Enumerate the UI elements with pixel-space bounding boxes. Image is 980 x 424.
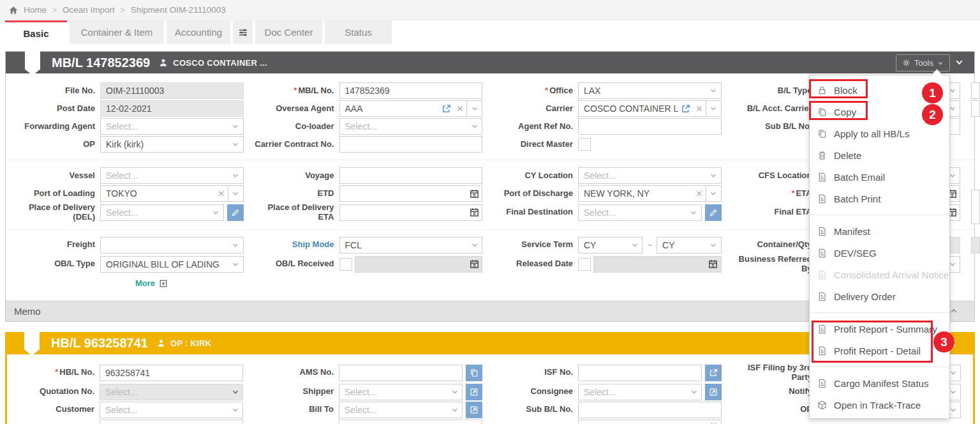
arrow-box-icon bbox=[470, 405, 479, 414]
document-icon bbox=[817, 379, 827, 388]
carrier-combo[interactable]: COSCO CONTAINER LINE bbox=[578, 100, 722, 117]
chevron-down-icon bbox=[949, 406, 957, 414]
tab-doc-center[interactable]: Doc Center bbox=[255, 20, 322, 44]
calendar-icon[interactable] bbox=[470, 259, 479, 269]
panel-collapse-icon[interactable] bbox=[954, 57, 965, 67]
label-final-eta: Final ETA bbox=[729, 208, 817, 217]
tab-status[interactable]: Status bbox=[325, 20, 392, 44]
agent-ref-no-input[interactable] bbox=[578, 118, 722, 135]
label-port-of-loading: Port of Loading bbox=[12, 189, 100, 199]
place-of-delivery-eta-date-input[interactable] bbox=[339, 204, 483, 221]
ams-no-input[interactable] bbox=[339, 365, 463, 381]
menu-item-batch-email[interactable]: Batch Email bbox=[810, 166, 949, 188]
external-link-icon[interactable] bbox=[442, 104, 451, 114]
label-final-destination: Final Destination bbox=[490, 208, 578, 217]
label-carrier-contract-no: Carrier Contract No. bbox=[251, 140, 339, 149]
calendar-icon[interactable] bbox=[708, 259, 718, 269]
chevron-up-icon[interactable] bbox=[949, 307, 959, 315]
final-destination-select[interactable]: Select... bbox=[578, 204, 702, 221]
document-icon bbox=[817, 172, 827, 182]
menu-item-open-in-track-trace[interactable]: Open in Track-Trace bbox=[810, 394, 949, 416]
customer-select[interactable]: Select... bbox=[100, 402, 243, 418]
clear-icon[interactable] bbox=[218, 190, 225, 197]
menu-item-manifest[interactable]: Manifest bbox=[810, 220, 949, 242]
bill-to-select[interactable]: Select... bbox=[339, 402, 463, 418]
final-destination-edit-button[interactable] bbox=[705, 204, 722, 221]
isf-no-input[interactable] bbox=[578, 365, 702, 381]
service-term-from-select[interactable]: CY bbox=[578, 237, 642, 254]
home-icon[interactable] bbox=[9, 6, 18, 15]
clear-icon[interactable] bbox=[695, 105, 703, 112]
isf-open-button[interactable] bbox=[705, 365, 722, 381]
breadcrumb-shipment: Shipment OIM-21110003 bbox=[131, 5, 226, 15]
menu-item-apply-to-all-hbls[interactable]: Apply to all HB/Ls bbox=[810, 123, 949, 144]
isf-matched-date-input[interactable] bbox=[578, 420, 722, 424]
breadcrumb-home[interactable]: Home bbox=[24, 5, 47, 15]
etd-date-input[interactable] bbox=[339, 185, 483, 202]
annotation-badge-3: 3 bbox=[933, 331, 954, 352]
label-file-no: File No. bbox=[12, 86, 100, 96]
port-of-loading-combo[interactable]: TOKYO bbox=[100, 185, 244, 202]
shipper-select[interactable]: Select... bbox=[339, 384, 463, 400]
tab-basic[interactable]: Basic bbox=[5, 20, 67, 44]
place-of-delivery-edit-button[interactable] bbox=[227, 204, 244, 221]
shipper-open-button[interactable] bbox=[466, 384, 482, 400]
menu-item-delete[interactable]: Delete bbox=[810, 144, 949, 166]
forwarding-agent-select[interactable]: Select... bbox=[100, 118, 244, 135]
carrier-contract-no-input[interactable] bbox=[339, 136, 483, 153]
breadcrumb-ocean-import[interactable]: Ocean Import bbox=[63, 5, 115, 15]
bill-to-open-button[interactable] bbox=[466, 402, 482, 418]
office-select[interactable]: LAX bbox=[578, 82, 722, 99]
mbl-no-input[interactable]: 147852369 bbox=[339, 82, 483, 99]
annotation-box-block bbox=[809, 79, 868, 98]
consignee-select[interactable]: Select... bbox=[578, 384, 702, 400]
tools-button[interactable]: Tools bbox=[896, 54, 950, 72]
oversea-agent-combo[interactable]: AAA bbox=[339, 100, 483, 117]
chevron-down-icon bbox=[451, 406, 459, 414]
vessel-select[interactable]: Select... bbox=[100, 167, 244, 184]
place-of-delivery-del-select[interactable]: Select... bbox=[100, 204, 224, 221]
memo-label: Memo bbox=[14, 306, 41, 317]
chevron-down-icon bbox=[232, 190, 239, 197]
released-date-checkbox[interactable] bbox=[578, 258, 591, 271]
calendar-icon[interactable] bbox=[470, 208, 479, 217]
label-hbl-op: OP bbox=[729, 405, 817, 414]
menu-item-batch-print[interactable]: Batch Print bbox=[810, 188, 949, 209]
co-loader-select[interactable]: Select... bbox=[339, 118, 483, 135]
hbl-no-input[interactable]: 963258741 bbox=[100, 365, 243, 381]
op-select[interactable]: Kirk (kirk) bbox=[100, 136, 244, 153]
menu-item-delivery-order[interactable]: Delivery Order bbox=[810, 285, 949, 307]
chevron-down-icon bbox=[949, 369, 957, 377]
sales-select[interactable]: Select... bbox=[100, 420, 243, 424]
hbl-title: HB/L 963258741 bbox=[51, 336, 148, 351]
menu-item-cargo-manifest-status[interactable]: Cargo Manifest Status bbox=[810, 372, 949, 394]
file-no-field: OIM-21110003 bbox=[100, 82, 244, 99]
label-agent-ref-no: Agent Ref No. bbox=[490, 122, 578, 132]
hbl-sub-bl-no-input[interactable] bbox=[578, 402, 722, 418]
label-ship-mode[interactable]: Ship Mode bbox=[251, 240, 339, 250]
menu-item-dev-seg[interactable]: DEV/SEG bbox=[810, 242, 949, 264]
consignee-open-button[interactable] bbox=[705, 384, 722, 400]
quotation-no-select[interactable]: Select... bbox=[100, 384, 243, 400]
clear-icon[interactable] bbox=[695, 190, 703, 197]
service-term-to-select[interactable]: CY bbox=[657, 237, 721, 254]
external-link-icon[interactable] bbox=[681, 104, 690, 114]
tab-accounting[interactable]: Accounting bbox=[167, 20, 230, 44]
port-of-discharge-combo[interactable]: NEW YORK, NY bbox=[578, 185, 722, 202]
label-notify: Notify bbox=[729, 387, 817, 397]
tab-container-item[interactable]: Container & Item bbox=[70, 20, 164, 44]
tab-settings-button[interactable] bbox=[233, 20, 253, 44]
hbl-forwarding-agent-select[interactable]: Select... bbox=[339, 420, 482, 424]
obl-received-checkbox[interactable] bbox=[339, 258, 352, 271]
calendar-icon[interactable] bbox=[470, 189, 479, 199]
ams-copy-button[interactable] bbox=[466, 365, 482, 381]
clear-icon[interactable] bbox=[456, 105, 464, 112]
chevron-down-icon bbox=[631, 241, 639, 249]
voyage-input[interactable] bbox=[339, 167, 483, 184]
direct-master-checkbox[interactable] bbox=[578, 138, 591, 151]
obl-type-select[interactable]: ORIGINAL BILL OF LADING bbox=[100, 256, 244, 273]
freight-select[interactable] bbox=[100, 237, 244, 254]
bookmark-icon bbox=[25, 50, 40, 75]
cy-location-select[interactable]: Select... bbox=[578, 167, 722, 184]
ship-mode-select[interactable]: FCL bbox=[339, 237, 483, 254]
